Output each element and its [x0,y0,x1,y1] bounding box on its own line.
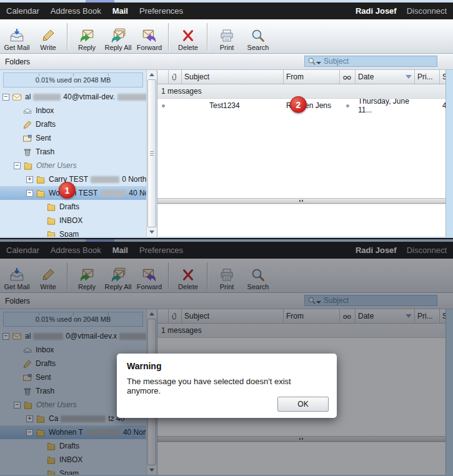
print-button[interactable]: Print [211,21,242,53]
folder-tree: al40@vtmail-dev. Inbox Drafts Sent Trash… [0,90,146,237]
search-label: Search [247,44,269,51]
screen-mail-before: Calendar Address Book Mail Preferences R… [0,0,453,238]
dialog-message: The message you have selected doesn't ex… [127,377,327,395]
nav-tab-mail[interactable]: Mail [112,6,128,16]
nav-tab-calendar[interactable]: Calendar [6,6,39,16]
search-input[interactable]: Subject [304,56,437,67]
attachment-column-header[interactable] [169,70,182,84]
screen-mail-warning: Calendar Address Book Mail Preferences R… [0,238,453,476]
pane-splitter[interactable] [157,198,446,204]
user-name: Radi Josef [356,6,397,16]
reply-button[interactable]: Reply [71,21,102,53]
folder-icon [36,189,46,198]
size-column-header[interactable]: S [440,70,446,84]
window-top-strip [0,0,453,2]
paperclip-icon [171,72,179,82]
drafts-pencil-icon [22,120,32,129]
redacted-text [33,94,61,101]
flag-dot-icon [162,104,165,107]
annotation-step-1: 1 [59,182,76,199]
collapse-icon[interactable] [2,94,9,101]
folder-icon [46,202,56,212]
toolbar-separator [67,23,68,51]
tree-item-sent[interactable]: Sent [0,131,146,145]
redacted-text [91,176,119,183]
tree-item-other-users[interactable]: Other Users [0,159,146,172]
forward-icon [141,27,157,44]
folders-header-bar: Folders Subject [0,54,453,70]
toolbar-separator [207,23,208,51]
warning-dialog: Warning The message you have selected do… [117,354,337,418]
tree-item-sub-spam[interactable]: Spam [0,227,146,237]
inbox-icon [22,106,32,116]
message-size: 4 [440,101,446,110]
search-icon [251,27,266,44]
message-list-header: Subject From Date Pri... S [157,70,446,84]
app-navbar: Calendar Address Book Mail Preferences R… [0,2,453,19]
collapse-icon[interactable] [14,162,21,169]
folder-icon [23,161,33,171]
unread-dot-icon [346,104,349,107]
search-placeholder: Subject [324,57,349,66]
disconnect-link[interactable]: Disconnect [407,6,447,16]
sort-desc-icon [406,75,412,79]
expand-icon[interactable] [26,176,33,183]
write-label: Write [40,44,56,51]
delete-button[interactable]: Delete [172,21,204,53]
reply-all-icon [110,27,126,44]
flag-column-header[interactable] [157,70,169,84]
nav-tab-address-book[interactable]: Address Book [51,6,101,16]
search-button[interactable]: Search [242,21,274,53]
print-label: Print [220,44,234,51]
get-mail-label: Get Mail [4,44,30,51]
ok-button[interactable]: OK [277,397,329,412]
tree-scrollbar[interactable] [146,70,157,237]
quota-bar: 0.01% used on 2048 MB [3,72,143,87]
search-scope-caret-icon[interactable] [316,62,321,64]
forward-button[interactable]: Forward [134,21,165,53]
write-icon [41,27,56,44]
print-icon [219,27,234,44]
reading-pane [157,204,446,237]
scrollbar-thumb[interactable] [147,79,156,227]
tree-item-trash[interactable]: Trash [0,145,146,159]
folders-title: Folders [0,57,30,66]
nav-tab-preferences[interactable]: Preferences [139,6,183,16]
delete-label: Delete [178,44,198,51]
search-field-icon[interactable] [307,57,316,66]
quota-label: 0.01% used on 2048 MB [36,76,111,84]
tree-item-drafts[interactable]: Drafts [0,117,146,131]
sent-icon [22,134,32,143]
get-mail-button[interactable]: Get Mail [1,21,32,53]
trash-icon [22,147,32,157]
folders-panel: 0.01% used on 2048 MB al40@vtmail-dev. I… [0,70,157,237]
tree-item-sub-drafts[interactable]: Drafts [0,200,146,214]
folder-icon [36,175,46,184]
write-button[interactable]: Write [32,21,64,53]
subject-column-header[interactable]: Subject [182,70,284,84]
folder-icon [46,230,56,237]
tree-item-inbox[interactable]: Inbox [0,104,146,117]
delete-icon [181,27,195,44]
priority-column-header[interactable]: Pri... [415,70,440,84]
get-mail-icon [9,27,25,44]
glasses-icon [342,72,352,82]
read-column-header[interactable] [340,70,356,84]
collapse-icon[interactable] [26,190,33,197]
message-rows: Test1234 Riecken Jens Thursday, June 11.… [157,99,446,198]
folder-icon [46,216,56,226]
reply-label: Reply [78,44,96,51]
scroll-down-icon[interactable] [149,231,154,234]
from-column-header[interactable]: From [284,70,340,84]
redacted-text [100,190,126,197]
right-panel-strip [446,70,453,237]
reply-all-label: Reply All [105,44,132,51]
dialog-title: Warning [127,361,327,371]
mail-toolbar: Get Mail Write Reply Reply All Forward D… [0,19,453,54]
date-column-header[interactable]: Date [356,70,415,84]
tree-item-account[interactable]: al40@vtmail-dev. [0,90,146,104]
toolbar-separator [168,23,169,51]
scroll-up-icon[interactable] [149,73,154,76]
reply-all-button[interactable]: Reply All [102,21,134,53]
tree-item-sub-inbox[interactable]: INBOX [0,214,146,227]
